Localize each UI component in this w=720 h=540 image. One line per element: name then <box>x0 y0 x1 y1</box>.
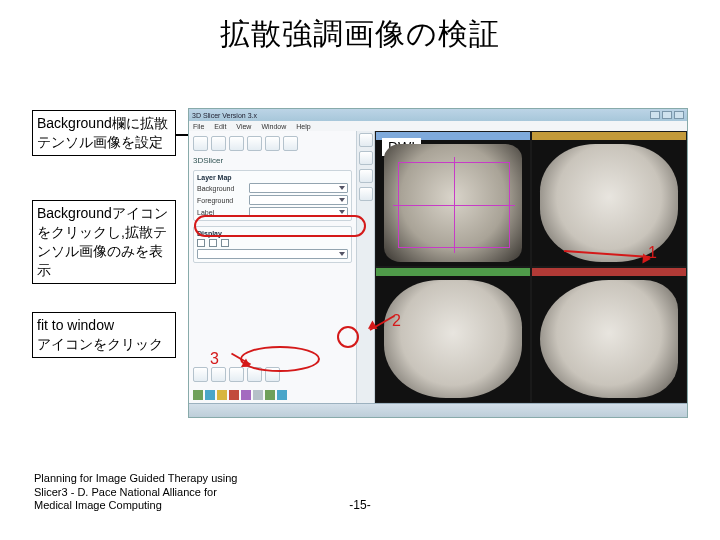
annotation-3: 3 <box>210 350 219 368</box>
display-combo[interactable] <box>197 249 348 259</box>
swatch-gray[interactable] <box>253 390 263 400</box>
menu-bar[interactable]: File Edit View Window Help <box>189 121 687 131</box>
bg-toggle-icon[interactable] <box>229 367 244 382</box>
view-area: DWI <box>375 131 687 403</box>
save-icon[interactable] <box>229 136 244 151</box>
slide-title: 拡散強調画像の検証 <box>0 14 720 55</box>
foreground-label: Foreground <box>197 197 245 204</box>
display-header: Display <box>197 230 348 237</box>
annotation-1: 1 <box>648 244 657 262</box>
bounding-box <box>398 162 510 248</box>
tool-roi-icon[interactable] <box>359 151 373 165</box>
window-title-text: 3D Slicer Version 3.x <box>192 112 257 119</box>
module-name: 3DSlicer <box>193 156 352 165</box>
note-fit-to-window: fit to window アイコンをクリック <box>32 312 176 358</box>
swatch-green-2[interactable] <box>265 390 275 400</box>
background-label: Background <box>197 185 245 192</box>
display-check-2[interactable] <box>209 239 217 247</box>
layer-map-header: Layer Map <box>197 174 348 181</box>
swatch-cyan-2[interactable] <box>277 390 287 400</box>
swatch-red[interactable] <box>229 390 239 400</box>
menu-view[interactable]: View <box>236 123 251 130</box>
pane-sagittal-header <box>532 268 686 276</box>
app-window: 3D Slicer Version 3.x File Edit View Win… <box>188 108 688 418</box>
brain-sagittal <box>540 280 678 398</box>
load-icon[interactable] <box>211 136 226 151</box>
label-toggle-icon[interactable] <box>265 367 280 382</box>
tool-pointer-icon[interactable] <box>359 133 373 147</box>
pane-coronal[interactable] <box>376 268 530 402</box>
pane-axial[interactable] <box>532 132 686 266</box>
menu-file[interactable]: File <box>193 123 204 130</box>
fg-toggle-icon[interactable] <box>247 367 262 382</box>
menu-edit[interactable]: Edit <box>214 123 226 130</box>
pane-coronal-header <box>376 268 530 276</box>
link-views-icon[interactable] <box>211 367 226 382</box>
note-background-field: Background欄に拡散テンソル画像を設定 <box>32 110 176 156</box>
menu-window[interactable]: Window <box>261 123 286 130</box>
home-icon[interactable] <box>193 136 208 151</box>
annotation-2: 2 <box>392 312 401 330</box>
tool-crosshair-icon[interactable] <box>359 187 373 201</box>
redo-icon[interactable] <box>265 136 280 151</box>
os-taskbar <box>189 403 687 417</box>
note-background-icon: Backgroundアイコンをクリックし,拡散テンソル画像のみを表示 <box>32 200 176 284</box>
pane-sagittal[interactable] <box>532 268 686 402</box>
undo-icon[interactable] <box>247 136 262 151</box>
color-palette[interactable] <box>193 390 352 400</box>
brain-coronal <box>384 280 522 398</box>
window-titlebar: 3D Slicer Version 3.x <box>189 109 687 121</box>
swatch-yellow[interactable] <box>217 390 227 400</box>
label-select[interactable] <box>249 207 348 217</box>
menu-help[interactable]: Help <box>296 123 310 130</box>
display-check-3[interactable] <box>221 239 229 247</box>
tool-ruler-icon[interactable] <box>359 169 373 183</box>
swatch-purple[interactable] <box>241 390 251 400</box>
swatch-green[interactable] <box>193 390 203 400</box>
foreground-select[interactable] <box>249 195 348 205</box>
display-section: Display <box>193 226 352 263</box>
background-select[interactable] <box>249 183 348 193</box>
display-check-1[interactable] <box>197 239 205 247</box>
layer-map-section: Layer Map Background Foreground Label <box>193 170 352 221</box>
vertical-toolbar[interactable] <box>357 131 375 403</box>
settings-icon[interactable] <box>283 136 298 151</box>
swatch-cyan[interactable] <box>205 390 215 400</box>
pane-axial-header <box>532 132 686 140</box>
pane-3d[interactable]: DWI <box>376 132 530 266</box>
label-label: Label <box>197 209 245 216</box>
toolbar-row[interactable] <box>193 134 352 153</box>
fit-to-window-icon[interactable] <box>193 367 208 382</box>
window-controls[interactable] <box>650 111 684 119</box>
footer-page-number: -15- <box>0 498 720 512</box>
brain-axial <box>540 144 678 262</box>
